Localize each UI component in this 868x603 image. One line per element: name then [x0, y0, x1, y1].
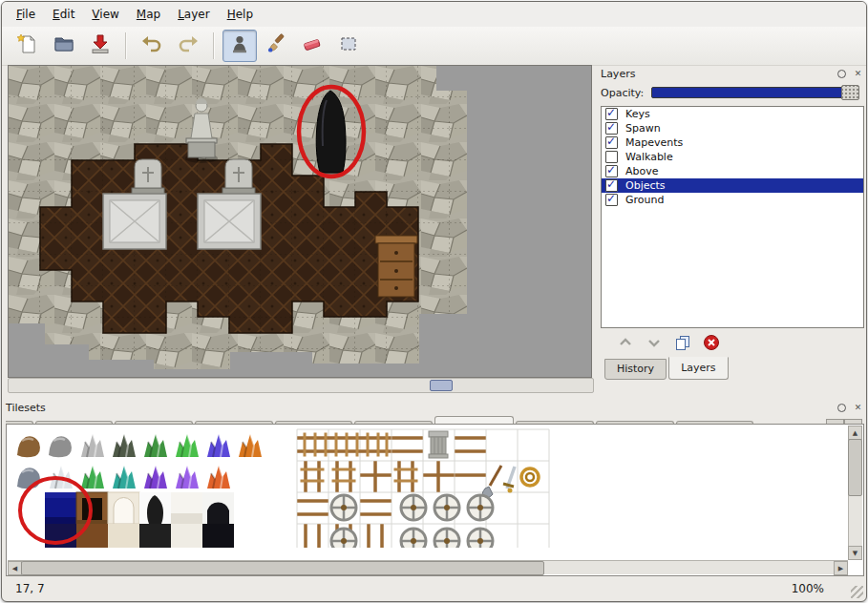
layer-row-ground[interactable]: Ground	[602, 193, 863, 207]
tab-layers[interactable]: Layers	[668, 357, 728, 380]
hscroll-thumb[interactable]	[21, 561, 544, 575]
map-horizontal-scrollbar[interactable]	[8, 378, 594, 393]
layer-list: Keys Spawn Mapevents Walkable Above Obje…	[601, 106, 864, 328]
undo-icon	[140, 32, 163, 59]
menu-edit[interactable]: Edit	[44, 4, 83, 25]
layer-visibility-checkbox[interactable]	[605, 179, 618, 192]
move-layer-down-button[interactable]	[643, 331, 666, 354]
tab-label: Layers	[681, 362, 715, 374]
eraser-tool-button[interactable]	[295, 30, 329, 62]
tilesets-panel: Tilesets 5 tiles_1_3 tiles_1_4 tiles_1_5…	[6, 399, 864, 576]
scroll-up-arrow[interactable]: ▲	[848, 426, 862, 440]
tab-history[interactable]: History	[604, 359, 667, 380]
tileset-canvas[interactable]	[8, 426, 848, 560]
layers-panel-titlebar: Layers	[601, 65, 864, 82]
open-folder-icon	[53, 32, 75, 59]
float-icon	[837, 70, 846, 78]
layer-row-walkable[interactable]: Walkable	[602, 150, 863, 164]
tab-label: History	[617, 363, 654, 375]
new-button[interactable]	[11, 30, 45, 62]
opacity-label: Opacity:	[601, 87, 644, 99]
layer-row-keys[interactable]: Keys	[602, 107, 863, 121]
layer-visibility-checkbox[interactable]	[605, 108, 618, 120]
layer-visibility-checkbox[interactable]	[605, 122, 618, 135]
layers-panel-title: Layers	[601, 68, 635, 80]
toolbar-separator	[213, 32, 215, 59]
layer-visibility-checkbox[interactable]	[605, 194, 618, 206]
select-tool-button[interactable]	[331, 30, 366, 62]
select-region-icon	[337, 32, 360, 59]
close-panel-button[interactable]	[852, 68, 864, 80]
menubar: File Edit View Map Layer Help	[2, 2, 866, 27]
menu-help[interactable]: Help	[219, 4, 262, 25]
toolbar	[2, 27, 866, 66]
open-button[interactable]	[47, 30, 81, 62]
altar-slab-object	[103, 194, 166, 249]
tool-tiles	[482, 466, 539, 498]
tilesets-panel-titlebar: Tilesets	[6, 399, 864, 416]
menu-layer[interactable]: Layer	[169, 4, 218, 25]
tileset-horizontal-scrollbar[interactable]: ◀ ▶	[8, 560, 848, 574]
layer-row-objects[interactable]: Objects	[602, 178, 863, 193]
float-icon	[837, 404, 846, 412]
map-canvas[interactable]	[8, 65, 592, 378]
panel-tab-bar: History Layers	[601, 357, 864, 380]
new-document-icon	[16, 32, 39, 59]
layer-actions	[601, 328, 864, 357]
close-icon	[855, 69, 862, 78]
opacity-slider-handle[interactable]	[841, 85, 859, 100]
float-panel-button[interactable]	[836, 402, 848, 414]
save-button[interactable]	[83, 30, 117, 62]
tileset-vertical-scrollbar[interactable]: ▲ ▼	[848, 426, 862, 560]
resize-grip[interactable]	[851, 586, 863, 598]
layer-name: Objects	[625, 179, 666, 192]
move-layer-up-button[interactable]	[614, 331, 637, 354]
layer-row-mapevents[interactable]: Mapevents	[602, 135, 863, 150]
menu-map[interactable]: Map	[128, 4, 169, 25]
vscroll-thumb[interactable]	[848, 439, 862, 496]
brush-tool-button[interactable]	[259, 30, 293, 62]
copy-icon	[674, 334, 691, 351]
close-panel-button[interactable]	[852, 402, 864, 414]
delete-icon	[703, 334, 720, 351]
statusbar: 17, 7 100%	[2, 576, 866, 601]
layer-name: Walkable	[625, 151, 673, 163]
close-icon	[855, 403, 862, 412]
redo-button[interactable]	[171, 30, 205, 62]
gravestone-object	[132, 159, 164, 195]
map-image	[9, 66, 591, 376]
tilesets-panel-title: Tilesets	[6, 402, 46, 414]
opacity-row: Opacity:	[601, 84, 864, 101]
hood-tile	[139, 492, 171, 524]
layer-visibility-checkbox[interactable]	[605, 151, 618, 163]
layer-name: Mapevents	[625, 136, 683, 149]
layer-name: Above	[625, 165, 659, 177]
altar-slab-object	[198, 194, 261, 249]
menu-file[interactable]: File	[8, 4, 44, 25]
map-hscroll-thumb[interactable]	[430, 380, 453, 391]
chevron-down-icon	[646, 334, 663, 351]
dark-arch-tile	[202, 492, 234, 524]
float-panel-button[interactable]	[836, 68, 848, 80]
scroll-right-arrow[interactable]: ▶	[834, 561, 848, 575]
layer-name: Ground	[625, 194, 664, 206]
layer-visibility-checkbox[interactable]	[605, 136, 618, 149]
layer-row-above[interactable]: Above	[602, 164, 863, 178]
redo-icon	[177, 32, 200, 59]
menu-view[interactable]: View	[83, 4, 127, 25]
duplicate-layer-button[interactable]	[671, 331, 694, 354]
stamp-tool-icon	[228, 32, 251, 59]
opacity-slider[interactable]	[651, 87, 858, 98]
undo-button[interactable]	[135, 30, 169, 62]
layer-row-spawn[interactable]: Spawn	[602, 121, 863, 135]
stamp-tool-button[interactable]	[222, 30, 257, 62]
eraser-tool-icon	[301, 32, 324, 59]
brush-tool-icon	[265, 32, 287, 59]
map-area	[8, 65, 592, 393]
scroll-left-arrow[interactable]: ◀	[8, 561, 22, 575]
layer-visibility-checkbox[interactable]	[605, 165, 618, 177]
tileset-content: ▲ ▼ ◀ ▶	[6, 424, 864, 576]
scroll-down-arrow[interactable]: ▼	[848, 546, 862, 560]
layers-panel: Layers Opacity: Keys Spawn Mapevents	[601, 65, 864, 393]
delete-layer-button[interactable]	[700, 331, 723, 354]
